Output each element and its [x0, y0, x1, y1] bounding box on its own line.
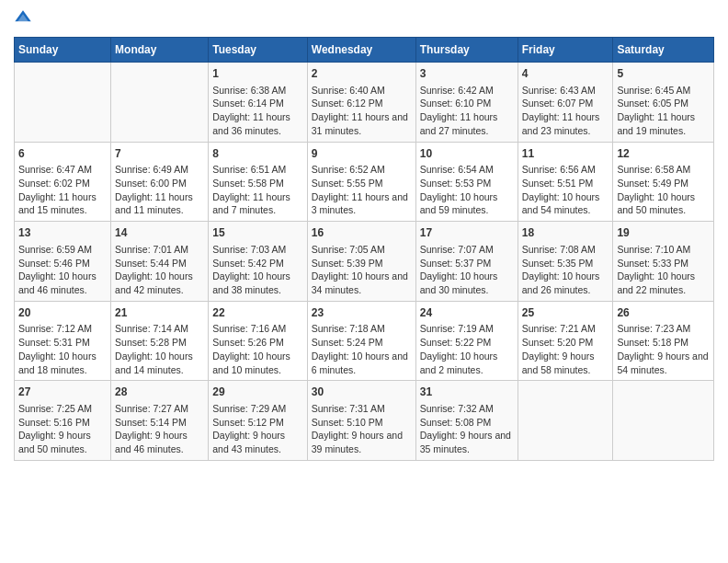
day-number: 13	[18, 225, 107, 241]
calendar-cell	[15, 63, 111, 143]
calendar-cell: 29Sunrise: 7:29 AMSunset: 5:12 PMDayligh…	[209, 381, 308, 461]
logo	[14, 9, 36, 28]
calendar-cell: 22Sunrise: 7:16 AMSunset: 5:26 PMDayligh…	[209, 301, 308, 381]
day-info: Sunrise: 7:10 AMSunset: 5:33 PMDaylight:…	[617, 243, 710, 297]
day-number: 29	[212, 385, 303, 400]
day-number: 16	[312, 225, 412, 241]
weekday-header: Saturday	[613, 38, 714, 63]
calendar-week-row: 27Sunrise: 7:25 AMSunset: 5:16 PMDayligh…	[15, 381, 714, 461]
calendar-table: SundayMondayTuesdayWednesdayThursdayFrid…	[14, 37, 714, 461]
calendar-cell: 24Sunrise: 7:19 AMSunset: 5:22 PMDayligh…	[415, 301, 518, 381]
day-info: Sunrise: 6:40 AMSunset: 6:12 PMDaylight:…	[312, 84, 412, 138]
calendar-cell: 25Sunrise: 7:21 AMSunset: 5:20 PMDayligh…	[518, 301, 613, 381]
day-info: Sunrise: 6:38 AMSunset: 6:14 PMDaylight:…	[212, 84, 303, 138]
day-number: 6	[18, 146, 107, 162]
day-info: Sunrise: 7:19 AMSunset: 5:22 PMDaylight:…	[420, 322, 514, 376]
day-info: Sunrise: 7:27 AMSunset: 5:14 PMDaylight:…	[115, 402, 204, 456]
calendar-week-row: 20Sunrise: 7:12 AMSunset: 5:31 PMDayligh…	[15, 301, 714, 381]
day-number: 3	[420, 66, 514, 82]
day-number: 19	[617, 225, 710, 241]
calendar-cell: 15Sunrise: 7:03 AMSunset: 5:42 PMDayligh…	[209, 222, 308, 302]
day-number: 23	[312, 305, 412, 321]
day-number: 5	[617, 66, 710, 82]
day-info: Sunrise: 7:07 AMSunset: 5:37 PMDaylight:…	[420, 243, 514, 297]
calendar-week-row: 6Sunrise: 6:47 AMSunset: 6:02 PMDaylight…	[15, 142, 714, 222]
day-info: Sunrise: 7:21 AMSunset: 5:20 PMDaylight:…	[522, 322, 609, 376]
day-info: Sunrise: 7:29 AMSunset: 5:12 PMDaylight:…	[212, 402, 303, 456]
page-header	[14, 9, 714, 28]
calendar-cell: 5Sunrise: 6:45 AMSunset: 6:05 PMDaylight…	[613, 63, 714, 143]
calendar-cell: 4Sunrise: 6:43 AMSunset: 6:07 PMDaylight…	[518, 63, 613, 143]
day-number: 20	[18, 305, 107, 321]
calendar-cell: 3Sunrise: 6:42 AMSunset: 6:10 PMDaylight…	[415, 63, 518, 143]
calendar-cell: 26Sunrise: 7:23 AMSunset: 5:18 PMDayligh…	[613, 301, 714, 381]
day-number: 10	[420, 146, 514, 162]
day-info: Sunrise: 7:16 AMSunset: 5:26 PMDaylight:…	[212, 322, 303, 376]
calendar-cell: 9Sunrise: 6:52 AMSunset: 5:55 PMDaylight…	[307, 142, 415, 222]
calendar-cell	[613, 381, 714, 461]
calendar-cell: 21Sunrise: 7:14 AMSunset: 5:28 PMDayligh…	[111, 301, 209, 381]
day-number: 22	[212, 305, 303, 321]
calendar-cell: 10Sunrise: 6:54 AMSunset: 5:53 PMDayligh…	[415, 142, 518, 222]
day-info: Sunrise: 6:43 AMSunset: 6:07 PMDaylight:…	[522, 84, 609, 138]
calendar-cell: 12Sunrise: 6:58 AMSunset: 5:49 PMDayligh…	[613, 142, 714, 222]
day-number: 8	[212, 146, 303, 162]
calendar-cell: 1Sunrise: 6:38 AMSunset: 6:14 PMDaylight…	[209, 63, 308, 143]
day-info: Sunrise: 7:25 AMSunset: 5:16 PMDaylight:…	[18, 402, 107, 456]
calendar-cell: 20Sunrise: 7:12 AMSunset: 5:31 PMDayligh…	[15, 301, 111, 381]
weekday-header: Tuesday	[209, 38, 308, 63]
day-info: Sunrise: 7:14 AMSunset: 5:28 PMDaylight:…	[115, 322, 204, 376]
day-number: 28	[115, 385, 204, 400]
calendar-cell	[518, 381, 613, 461]
weekday-header: Wednesday	[307, 38, 415, 63]
day-info: Sunrise: 6:42 AMSunset: 6:10 PMDaylight:…	[420, 84, 514, 138]
calendar-week-row: 1Sunrise: 6:38 AMSunset: 6:14 PMDaylight…	[15, 63, 714, 143]
calendar-cell: 18Sunrise: 7:08 AMSunset: 5:35 PMDayligh…	[518, 222, 613, 302]
day-number: 11	[522, 146, 609, 162]
day-info: Sunrise: 6:52 AMSunset: 5:55 PMDaylight:…	[312, 163, 412, 217]
day-number: 17	[420, 225, 514, 241]
day-number: 4	[522, 66, 609, 82]
calendar-cell: 13Sunrise: 6:59 AMSunset: 5:46 PMDayligh…	[15, 222, 111, 302]
day-info: Sunrise: 7:32 AMSunset: 5:08 PMDaylight:…	[420, 402, 514, 456]
day-info: Sunrise: 7:12 AMSunset: 5:31 PMDaylight:…	[18, 322, 107, 376]
day-info: Sunrise: 7:01 AMSunset: 5:44 PMDaylight:…	[115, 243, 204, 297]
calendar-cell: 28Sunrise: 7:27 AMSunset: 5:14 PMDayligh…	[111, 381, 209, 461]
calendar-cell: 31Sunrise: 7:32 AMSunset: 5:08 PMDayligh…	[415, 381, 518, 461]
calendar-cell: 8Sunrise: 6:51 AMSunset: 5:58 PMDaylight…	[209, 142, 308, 222]
day-info: Sunrise: 6:47 AMSunset: 6:02 PMDaylight:…	[18, 163, 107, 217]
day-number: 26	[617, 305, 710, 321]
calendar-cell: 23Sunrise: 7:18 AMSunset: 5:24 PMDayligh…	[307, 301, 415, 381]
day-number: 21	[115, 305, 204, 321]
day-number: 7	[115, 146, 204, 162]
day-number: 9	[312, 146, 412, 162]
day-number: 18	[522, 225, 609, 241]
calendar-cell: 17Sunrise: 7:07 AMSunset: 5:37 PMDayligh…	[415, 222, 518, 302]
calendar-cell: 2Sunrise: 6:40 AMSunset: 6:12 PMDaylight…	[307, 63, 415, 143]
weekday-header: Friday	[518, 38, 613, 63]
calendar-cell: 6Sunrise: 6:47 AMSunset: 6:02 PMDaylight…	[15, 142, 111, 222]
day-number: 14	[115, 225, 204, 241]
calendar-cell: 14Sunrise: 7:01 AMSunset: 5:44 PMDayligh…	[111, 222, 209, 302]
weekday-header: Sunday	[15, 38, 111, 63]
day-info: Sunrise: 7:31 AMSunset: 5:10 PMDaylight:…	[312, 402, 412, 456]
day-info: Sunrise: 7:03 AMSunset: 5:42 PMDaylight:…	[212, 243, 303, 297]
day-info: Sunrise: 6:45 AMSunset: 6:05 PMDaylight:…	[617, 84, 710, 138]
calendar-cell	[111, 63, 209, 143]
day-number: 31	[420, 385, 514, 400]
calendar-cell: 30Sunrise: 7:31 AMSunset: 5:10 PMDayligh…	[307, 381, 415, 461]
calendar-week-row: 13Sunrise: 6:59 AMSunset: 5:46 PMDayligh…	[15, 222, 714, 302]
calendar-cell: 27Sunrise: 7:25 AMSunset: 5:16 PMDayligh…	[15, 381, 111, 461]
calendar-cell: 7Sunrise: 6:49 AMSunset: 6:00 PMDaylight…	[111, 142, 209, 222]
day-number: 25	[522, 305, 609, 321]
day-info: Sunrise: 7:18 AMSunset: 5:24 PMDaylight:…	[312, 322, 412, 376]
day-number: 15	[212, 225, 303, 241]
day-info: Sunrise: 7:08 AMSunset: 5:35 PMDaylight:…	[522, 243, 609, 297]
day-info: Sunrise: 6:59 AMSunset: 5:46 PMDaylight:…	[18, 243, 107, 297]
day-info: Sunrise: 7:23 AMSunset: 5:18 PMDaylight:…	[617, 322, 710, 376]
calendar-cell: 11Sunrise: 6:56 AMSunset: 5:51 PMDayligh…	[518, 142, 613, 222]
day-number: 27	[18, 385, 107, 400]
calendar-cell: 16Sunrise: 7:05 AMSunset: 5:39 PMDayligh…	[307, 222, 415, 302]
calendar-cell: 19Sunrise: 7:10 AMSunset: 5:33 PMDayligh…	[613, 222, 714, 302]
day-info: Sunrise: 7:05 AMSunset: 5:39 PMDaylight:…	[312, 243, 412, 297]
